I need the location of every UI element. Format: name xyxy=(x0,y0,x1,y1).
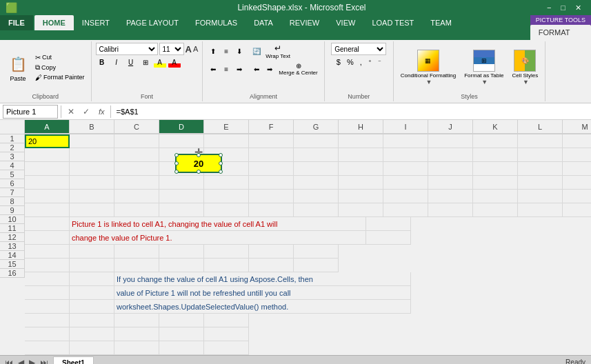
cell-C14[interactable] xyxy=(114,314,159,327)
cell-B9[interactable] xyxy=(70,245,114,259)
cell-D4[interactable] xyxy=(159,176,204,190)
cell-K5[interactable] xyxy=(473,190,518,203)
col-header-B[interactable]: B xyxy=(70,120,114,134)
cell-A16[interactable] xyxy=(25,341,70,355)
cell-C13[interactable]: worksheet.Shapes.UpdateSelectedValue() m… xyxy=(114,300,411,314)
cell-I5[interactable] xyxy=(383,190,428,203)
cell-A15[interactable] xyxy=(25,327,70,341)
cell-B4[interactable] xyxy=(70,176,114,190)
resize-handle-mr[interactable] xyxy=(219,161,223,165)
cell-G10[interactable] xyxy=(294,259,339,272)
row-header-4[interactable]: 4 xyxy=(0,161,25,170)
increase-decimal-button[interactable]: ⁺ xyxy=(365,57,374,68)
center-align-button[interactable]: ≡ xyxy=(220,63,232,74)
cell-L2[interactable] xyxy=(518,148,563,162)
cell-G5[interactable] xyxy=(294,190,339,203)
col-header-F[interactable]: F xyxy=(249,120,294,134)
col-header-L[interactable]: L xyxy=(518,120,563,134)
maximize-btn[interactable]: □ xyxy=(557,0,570,15)
cell-K3[interactable] xyxy=(473,162,518,176)
cell-E5[interactable] xyxy=(204,190,249,203)
cell-F2[interactable] xyxy=(249,148,294,162)
cell-E1[interactable] xyxy=(204,134,249,148)
cell-I6[interactable] xyxy=(383,203,428,217)
resize-handle-ml[interactable] xyxy=(174,161,179,165)
cell-H6[interactable] xyxy=(339,203,383,217)
cell-E9[interactable] xyxy=(204,245,249,259)
cell-C1[interactable] xyxy=(114,134,159,148)
row-header-3[interactable]: 3 xyxy=(0,152,25,161)
col-header-K[interactable]: K xyxy=(473,120,518,134)
cell-M5[interactable] xyxy=(563,190,591,203)
cell-F9[interactable] xyxy=(249,245,294,259)
cell-E15[interactable] xyxy=(204,327,249,341)
cell-B7[interactable]: Picture 1 is linked to cell A1, changing… xyxy=(70,217,366,231)
cell-L5[interactable] xyxy=(518,190,563,203)
cell-C6[interactable] xyxy=(114,203,159,217)
cell-B11[interactable] xyxy=(70,272,114,286)
percent-button[interactable]: % xyxy=(344,57,357,68)
cell-A4[interactable] xyxy=(25,176,70,190)
sheet-nav-prev[interactable]: ◀ xyxy=(16,358,26,365)
resize-handle-bm[interactable] xyxy=(197,170,201,174)
resize-handle-tr[interactable] xyxy=(219,153,223,157)
row-header-16[interactable]: 16 xyxy=(0,269,25,278)
cell-H5[interactable] xyxy=(339,190,383,203)
row-header-7[interactable]: 7 xyxy=(0,188,25,197)
right-align-button[interactable]: ➡ xyxy=(233,63,246,74)
tab-review[interactable]: REVIEW xyxy=(281,15,328,30)
row-header-12[interactable]: 12 xyxy=(0,233,25,242)
cell-C16[interactable] xyxy=(114,341,159,355)
row-header-2[interactable]: 2 xyxy=(0,143,25,152)
cell-L1[interactable] xyxy=(518,134,563,148)
cell-H3[interactable] xyxy=(339,162,383,176)
decrease-indent-button[interactable]: ⬅ xyxy=(250,63,263,74)
cell-J5[interactable] xyxy=(428,190,473,203)
cell-A6[interactable] xyxy=(25,203,70,217)
cell-C15[interactable] xyxy=(114,327,159,341)
cell-J3[interactable] xyxy=(428,162,473,176)
col-header-A[interactable]: A xyxy=(25,120,70,134)
row-header-13[interactable]: 13 xyxy=(0,242,25,251)
cell-A7[interactable] xyxy=(25,217,70,231)
confirm-formula-btn[interactable]: ✓ xyxy=(79,105,93,119)
font-family-select[interactable]: Calibri xyxy=(96,43,158,55)
cell-B10[interactable] xyxy=(70,259,114,272)
row-header-10[interactable]: 10 xyxy=(0,215,25,224)
currency-button[interactable]: $ xyxy=(334,57,343,68)
col-header-D[interactable]: D xyxy=(159,120,204,134)
sheet-nav-first[interactable]: ⏮ xyxy=(3,358,15,365)
col-header-I[interactable]: I xyxy=(383,120,428,134)
row-header-1[interactable]: 1 xyxy=(0,134,25,143)
cell-B12[interactable] xyxy=(70,286,114,300)
cell-D15[interactable] xyxy=(159,327,204,341)
cell-C2[interactable] xyxy=(114,148,159,162)
row-header-14[interactable]: 14 xyxy=(0,251,25,260)
cell-rest8[interactable] xyxy=(366,231,411,245)
cell-M6[interactable] xyxy=(563,203,591,217)
cell-C9[interactable] xyxy=(114,245,159,259)
top-align-button[interactable]: ⬆ xyxy=(207,46,219,57)
cell-A11[interactable] xyxy=(25,272,70,286)
increase-indent-button[interactable]: ➡ xyxy=(263,63,276,74)
font-grow-icon[interactable]: A xyxy=(186,44,192,54)
tab-home[interactable]: HOME xyxy=(34,15,74,30)
underline-button[interactable]: U xyxy=(125,57,137,68)
cell-H2[interactable] xyxy=(339,148,383,162)
cell-G9[interactable] xyxy=(294,245,339,259)
tab-data[interactable]: DATA xyxy=(246,15,281,30)
middle-align-button[interactable]: ≡ xyxy=(220,46,232,57)
cell-I4[interactable] xyxy=(383,176,428,190)
cell-G3[interactable] xyxy=(294,162,339,176)
tab-formulas[interactable]: FORMULAS xyxy=(187,15,246,30)
left-align-button[interactable]: ⬅ xyxy=(207,63,219,74)
resize-handle-tm[interactable] xyxy=(197,153,201,157)
format-painter-button[interactable]: 🖌 Format Painter xyxy=(33,73,87,82)
tab-file[interactable]: FILE xyxy=(0,15,33,30)
resize-handle-br[interactable] xyxy=(219,170,223,174)
cell-B3[interactable] xyxy=(70,162,114,176)
cell-I1[interactable] xyxy=(383,134,428,148)
cell-J2[interactable] xyxy=(428,148,473,162)
rotate-text-button[interactable]: 🔄 xyxy=(250,46,263,57)
row-header-6[interactable]: 6 xyxy=(0,179,25,188)
